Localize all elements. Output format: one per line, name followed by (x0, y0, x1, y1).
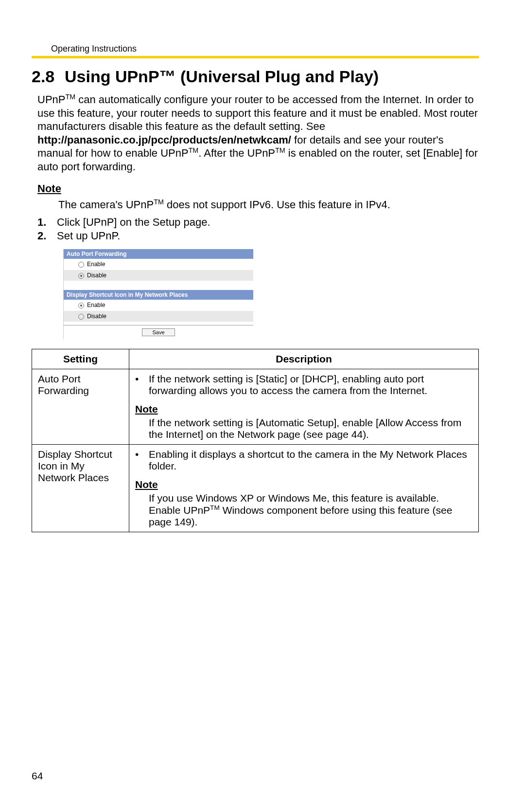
bullet-icon: • (135, 373, 149, 397)
panel-row-apf-disable[interactable]: Disable (64, 270, 253, 281)
step-number: 2. (37, 230, 57, 242)
note-heading: Note (37, 182, 479, 195)
radio-icon (78, 314, 84, 320)
description-cell: •Enabling it displays a shortcut to the … (129, 444, 479, 532)
section-number: 2.8 (32, 67, 65, 86)
panel-header-apf: Auto Port Forwarding (64, 249, 253, 259)
radio-selected-icon (78, 303, 84, 308)
intro-paragraph: UPnPTM can automatically configure your … (37, 93, 479, 174)
setting-cell: Display Shortcut Icon in My Network Plac… (32, 444, 129, 532)
bullet-icon: • (135, 449, 149, 472)
setting-cell: Auto Port Forwarding (32, 369, 129, 444)
step-number: 1. (37, 216, 57, 229)
step-1: 1. Click [UPnP] on the Setup page. (32, 216, 479, 229)
upnp-settings-screenshot: Auto Port Forwarding Enable Disable Disp… (63, 249, 253, 339)
panel-row-apf-enable[interactable]: Enable (64, 259, 253, 270)
page-number: 64 (32, 770, 43, 782)
note-body: If the network setting is [Automatic Set… (135, 417, 472, 440)
radio-icon (78, 262, 84, 268)
note-text: The camera's UPnPTM does not support IPv… (58, 198, 479, 211)
note-body: If you use Windows XP or Windows Me, thi… (135, 492, 472, 528)
url-text: http://panasonic.co.jp/pcc/products/en/n… (37, 134, 291, 146)
table-row: Auto Port Forwarding •If the network set… (32, 369, 479, 444)
radio-selected-icon (78, 273, 84, 279)
section-title: 2.8 Using UPnP™ (Universal Plug and Play… (32, 67, 479, 86)
table-row: Display Shortcut Icon in My Network Plac… (32, 444, 479, 532)
save-button[interactable]: Save (142, 328, 175, 336)
th-description: Description (129, 349, 479, 369)
step-2: 2. Set up UPnP. (32, 230, 479, 242)
yellow-rule (32, 56, 479, 58)
description-cell: •If the network setting is [Static] or [… (129, 369, 479, 444)
header-label: Operating Instructions (51, 44, 479, 54)
panel-row-shortcut-enable[interactable]: Enable (64, 300, 253, 311)
settings-table: Setting Description Auto Port Forwarding… (32, 349, 479, 532)
th-setting: Setting (32, 349, 129, 369)
step-text: Click [UPnP] on the Setup page. (57, 216, 210, 229)
note-heading: Note (135, 403, 472, 415)
section-title-text: Using UPnP™ (Universal Plug and Play) (65, 67, 379, 86)
step-text: Set up UPnP. (57, 230, 120, 242)
note-heading: Note (135, 479, 472, 490)
panel-row-shortcut-disable[interactable]: Disable (64, 311, 253, 322)
panel-header-shortcut: Display Shortcut Icon in My Network Plac… (64, 290, 253, 300)
